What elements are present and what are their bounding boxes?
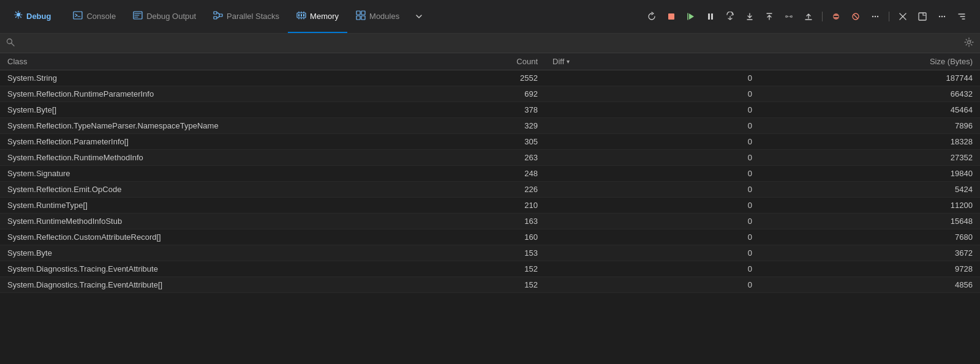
tab-console[interactable]: Console [64, 0, 124, 33]
cell-size: 7896 [760, 118, 980, 134]
cell-count: 163 [331, 214, 545, 229]
cell-count: 248 [331, 166, 545, 182]
table-row[interactable]: System.Reflection.RuntimeParameterInfo69… [0, 86, 980, 102]
svg-point-31 [941, 16, 943, 17]
tab-debug-output[interactable]: Debug Output [124, 0, 205, 33]
cell-size: 5424 [760, 182, 980, 198]
hide-panel-button[interactable] [953, 8, 970, 25]
cell-count: 160 [331, 229, 545, 245]
step-over-button[interactable] [722, 8, 739, 25]
svg-rect-12 [356, 16, 360, 20]
panel-actions-button[interactable] [933, 8, 951, 25]
break-all-button[interactable] [827, 8, 845, 25]
step-out-button[interactable] [761, 8, 778, 25]
column-header-diff[interactable]: Diff ▾ [545, 53, 760, 70]
more-actions-button[interactable] [867, 8, 884, 25]
cell-class: System.Reflection.TypeNameParser.Namespa… [0, 118, 331, 134]
svg-rect-16 [708, 13, 710, 20]
cell-diff: 0 [545, 214, 760, 229]
cell-size: 45464 [760, 102, 980, 118]
column-header-size[interactable]: Size (Bytes) [760, 53, 980, 70]
cell-diff: 0 [545, 166, 760, 182]
tab-debug-output-label: Debug Output [146, 12, 196, 21]
svg-point-26 [877, 16, 878, 17]
cell-class: System.RuntimeMethodInfoStub [0, 214, 331, 229]
tab-memory[interactable]: Memory [288, 0, 347, 33]
cell-diff: 0 [545, 261, 760, 277]
svg-rect-5 [219, 14, 222, 17]
cell-size: 66432 [760, 86, 980, 102]
cell-size: 7680 [760, 229, 980, 245]
step-into-button[interactable] [741, 8, 758, 25]
table-row[interactable]: System.Byte15303672 [0, 245, 980, 261]
table-row[interactable]: System.Byte[]378045464 [0, 102, 980, 118]
svg-rect-3 [214, 12, 217, 14]
table-row[interactable]: System.Reflection.ParameterInfo[]3050183… [0, 134, 980, 150]
table-row[interactable]: System.Diagnostics.Tracing.EventAttribut… [0, 261, 980, 277]
memory-table-container: Class Count Diff ▾ Size (Bytes) System.S… [0, 53, 980, 360]
tab-parallel-stacks[interactable]: Parallel Stacks [205, 0, 288, 33]
table-row[interactable]: System.Diagnostics.Tracing.EventAttribut… [0, 277, 980, 293]
continue-button[interactable] [682, 8, 699, 25]
close-panel-button[interactable] [894, 8, 911, 25]
tab-memory-label: Memory [310, 12, 339, 21]
column-header-class[interactable]: Class [0, 53, 331, 70]
svg-rect-4 [214, 17, 217, 19]
tab-parallel-stacks-label: Parallel Stacks [227, 12, 279, 21]
table-row[interactable]: System.RuntimeType[]210011200 [0, 198, 980, 214]
tab-debug[interactable]: Debug [5, 0, 59, 33]
restart-button[interactable] [643, 8, 660, 25]
pause-button[interactable] [702, 8, 719, 25]
toolbar-separator-1 [822, 12, 823, 21]
table-row[interactable]: System.Reflection.RuntimeMethodInfo26302… [0, 150, 980, 166]
cell-diff: 0 [545, 182, 760, 198]
table-row[interactable]: System.Reflection.CustomAttributeRecord[… [0, 229, 980, 245]
cell-size: 4856 [760, 277, 980, 293]
cell-class: System.Byte [0, 245, 331, 261]
cell-size: 19840 [760, 166, 980, 182]
cell-count: 329 [331, 118, 545, 134]
svg-rect-9 [303, 14, 304, 17]
toolbar-right [643, 8, 975, 25]
table-row[interactable]: System.RuntimeMethodInfoStub163015648 [0, 214, 980, 229]
cell-diff: 0 [545, 229, 760, 245]
console-icon [73, 10, 83, 22]
column-header-count[interactable]: Count [331, 53, 545, 70]
modules-icon [356, 10, 366, 22]
cell-size: 9728 [760, 261, 980, 277]
upload-button[interactable] [800, 8, 817, 25]
cell-diff: 0 [545, 150, 760, 166]
tab-bar: Debug Console Debug Output [0, 0, 980, 34]
cell-diff: 0 [545, 86, 760, 102]
svg-point-25 [875, 16, 876, 17]
svg-point-30 [939, 16, 940, 17]
tab-modules[interactable]: Modules [347, 0, 408, 33]
stop-button[interactable] [663, 8, 680, 25]
cell-size: 27352 [760, 150, 980, 166]
table-row[interactable]: System.Signature248019840 [0, 166, 980, 182]
cell-size: 11200 [760, 198, 980, 214]
debug-logo-icon [13, 10, 23, 22]
tab-debug-label: Debug [26, 12, 51, 21]
disconnect-button[interactable] [780, 8, 797, 25]
search-input[interactable] [20, 39, 959, 48]
debug-output-icon [133, 10, 143, 22]
cell-count: 2552 [331, 70, 545, 86]
maximize-panel-button[interactable] [914, 8, 931, 25]
table-row[interactable]: System.String25520187744 [0, 70, 980, 86]
diff-sort-icon: ▾ [567, 58, 570, 65]
table-row[interactable]: System.Reflection.Emit.OpCode22605424 [0, 182, 980, 198]
search-settings-icon[interactable] [964, 37, 974, 49]
more-tabs-button[interactable] [410, 8, 428, 25]
toolbar-separator-2 [889, 12, 889, 21]
svg-point-32 [944, 16, 945, 17]
cell-diff: 0 [545, 70, 760, 86]
svg-point-24 [872, 16, 873, 17]
cell-diff: 0 [545, 245, 760, 261]
remove-breakpoints-button[interactable] [847, 8, 864, 25]
table-row[interactable]: System.Reflection.TypeNameParser.Namespa… [0, 118, 980, 134]
cell-class: System.Diagnostics.Tracing.EventAttribut… [0, 261, 331, 277]
table-header-row: Class Count Diff ▾ Size (Bytes) [0, 53, 980, 70]
svg-rect-29 [919, 13, 926, 20]
cell-diff: 0 [545, 198, 760, 214]
